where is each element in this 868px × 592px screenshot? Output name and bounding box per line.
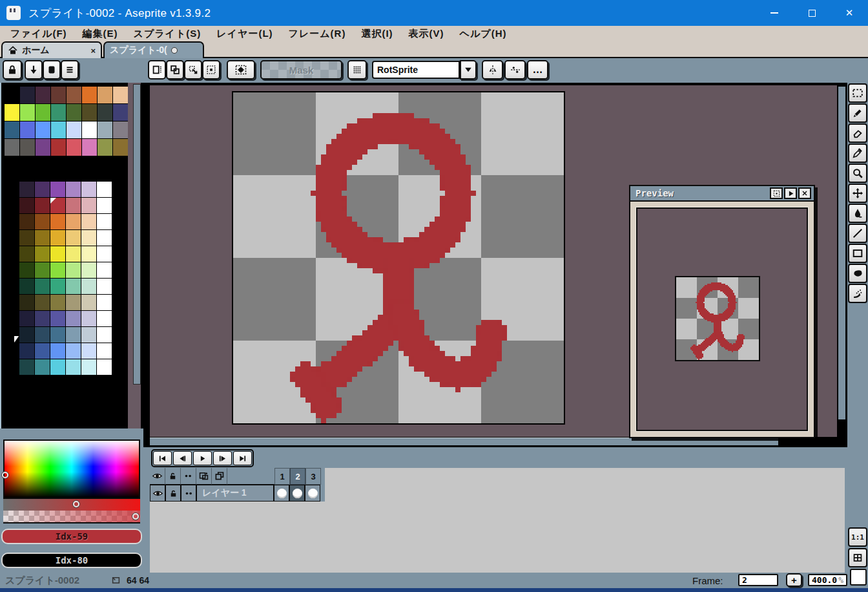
palette-swatch[interactable] [66,214,81,229]
sprite-canvas[interactable] [232,91,565,425]
palette-swatch[interactable] [50,182,65,197]
next-frame-button[interactable] [213,451,232,465]
palette-swatch[interactable] [36,104,50,121]
symmetry-options-button[interactable]: … [527,60,548,79]
rectangle-tool[interactable] [848,244,867,263]
menu-item-4[interactable]: フレーム(R) [281,28,354,40]
palette-swatch[interactable] [97,295,112,310]
palette-swatch[interactable] [81,295,96,310]
pixel-ratio-button[interactable]: 1:1 [848,527,867,547]
palette-swatch[interactable] [66,198,81,213]
selection-mode-replace-button[interactable] [148,60,166,79]
layer-continuous-toggle[interactable] [181,485,196,502]
palette-swatch[interactable] [19,279,34,294]
palette-swatch[interactable] [50,343,65,359]
tab-home-close-icon[interactable]: × [90,46,96,56]
palette-swatch[interactable] [35,295,50,310]
canvas-vertical-scrollbar[interactable] [838,85,846,436]
palette-swatch[interactable] [97,214,112,229]
pixel-grid-button[interactable] [347,60,367,79]
palette-swatch[interactable] [35,343,50,359]
palette-swatch[interactable] [35,279,50,294]
palette-swatch[interactable] [35,230,50,246]
palette-swatch[interactable] [51,104,66,121]
zoom-level-field[interactable]: 400.0 % [808,574,847,586]
previous-frame-button[interactable] [173,451,192,465]
pencil-tool[interactable] [848,103,867,123]
preview-play-button[interactable] [784,187,797,199]
palette-options-button[interactable] [61,60,79,79]
menu-item-2[interactable]: スプライト(S) [126,28,209,40]
spectrum-marker[interactable] [2,472,8,478]
palette-swatch[interactable] [19,262,34,278]
zoom-tool[interactable] [848,164,867,183]
menu-item-6[interactable]: 表示(V) [401,28,452,40]
palette-swatch[interactable] [113,87,128,103]
palette-swatch[interactable] [5,122,19,138]
palette-swatch[interactable] [81,343,96,359]
palette-swatch[interactable] [113,139,128,156]
saturation-slider[interactable] [3,499,140,511]
palette-swatch[interactable] [19,230,34,246]
symmetry-horizontal-button[interactable] [504,60,526,79]
spray-tool[interactable] [848,284,867,303]
frame-header-3[interactable]: 3 [305,468,321,485]
palette-swatch[interactable] [113,104,128,121]
palette-swatch[interactable] [50,214,65,229]
symmetry-vertical-button[interactable] [482,60,503,79]
palette-swatch[interactable] [35,246,50,262]
palette-swatch[interactable] [82,87,97,103]
palette-swatch[interactable] [97,198,112,213]
preview-viewport[interactable] [636,207,808,431]
palette-swatch[interactable] [81,198,96,213]
palette-swatch[interactable] [97,311,112,326]
palette-swatch[interactable] [81,327,96,343]
mask-color-button[interactable]: Mask [260,60,342,79]
palette-sort-button[interactable] [25,60,43,79]
add-frame-button[interactable]: + [786,573,802,587]
frame-header-2[interactable]: 2 [290,468,305,485]
last-frame-button[interactable] [233,451,252,465]
palette-swatch[interactable] [66,279,81,294]
palette-swatch[interactable] [35,182,50,197]
palette-swatch[interactable] [97,182,112,197]
first-frame-button[interactable] [153,451,172,465]
onion-skin-icon[interactable] [196,468,212,485]
palette-swatch[interactable] [19,343,34,359]
layer-lock-toggle[interactable] [165,485,181,502]
palette-swatch[interactable] [98,122,112,138]
menu-item-7[interactable]: ヘルプ(H) [452,28,515,40]
play-button[interactable] [193,451,212,465]
tab-home[interactable]: ホーム × [1,41,102,58]
timeline-empty-area-right[interactable] [325,468,845,502]
palette-swatch[interactable] [97,279,112,294]
palette-swatch[interactable] [97,359,112,375]
palette-swatch[interactable] [19,327,34,343]
palette-swatch[interactable] [19,295,34,310]
frame-header-1[interactable]: 1 [274,468,290,485]
palette-swatch[interactable] [82,139,97,156]
palette-swatch[interactable] [66,359,81,375]
palette-swatch[interactable] [36,139,50,156]
palette-swatch[interactable] [50,262,65,278]
line-tool[interactable] [848,224,867,243]
contour-tool[interactable] [848,264,867,283]
preview-titlebar[interactable]: Preview [630,186,814,202]
selection-mode-intersect-button[interactable] [202,60,220,79]
canvas-vertical-scrollbar-thumb[interactable] [838,87,845,419]
saturation-marker[interactable] [73,501,79,507]
preview-window[interactable]: Preview [629,185,815,438]
palette-swatch[interactable] [50,359,65,375]
palette-swatch[interactable] [35,311,50,326]
close-button[interactable]: ✕ [831,0,868,26]
palette-swatch[interactable] [5,104,19,121]
palette-swatch[interactable] [19,246,34,262]
palette-swatch[interactable] [36,122,50,138]
palette-swatch[interactable] [97,230,112,246]
palette-swatch[interactable] [51,139,66,156]
palette-swatch[interactable] [5,87,19,103]
minimize-button[interactable] [756,0,793,26]
palette-swatch[interactable] [98,104,112,121]
duplicate-cel-icon[interactable] [212,468,227,485]
palette-swatch[interactable] [66,246,81,262]
